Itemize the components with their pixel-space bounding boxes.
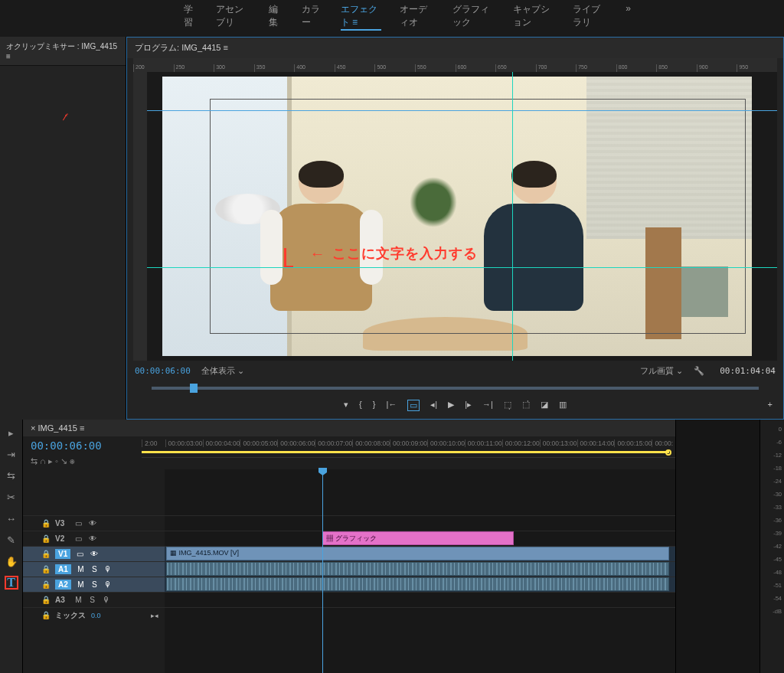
toggle-output-icon[interactable]: ▭ <box>74 534 83 543</box>
lift-icon[interactable]: ⬚̩ <box>504 400 511 411</box>
safe-margin-guide <box>210 99 746 334</box>
voice-record-icon[interactable]: 🎙 <box>104 580 113 589</box>
timeline-panel: × IMG_4415 ≡ 00:00:06:00 ⇆ ∩ ▸ ◦ ↘ ⎈ 2:0… <box>23 420 675 673</box>
tab-editing[interactable]: 編集 <box>269 3 283 31</box>
tracks-content[interactable]: ▦ グラフィック ▦ IMG_4415.MOV [V] <box>165 469 675 673</box>
track-header-a1[interactable]: 🔒A1MS🎙 <box>23 561 165 577</box>
tab-audio[interactable]: オーディオ <box>400 3 434 31</box>
eye-icon[interactable]: 👁 <box>90 550 98 558</box>
track-header-a2[interactable]: 🔒A2MS🎙 <box>23 577 165 592</box>
vertical-ruler <box>133 72 147 361</box>
text-cursor-icon[interactable] <box>284 248 293 268</box>
toggle-output-icon[interactable]: ▭ <box>76 550 84 558</box>
canvas[interactable]: ← ここに文字を入力する <box>147 72 777 361</box>
voice-record-icon[interactable]: 🎙 <box>104 565 113 573</box>
in-bracket-icon[interactable]: { <box>359 400 362 411</box>
program-clip-name: IMG_4415 ≡ <box>181 43 228 52</box>
keyframe-icon[interactable]: ▸◂ <box>151 612 158 619</box>
export-frame-icon[interactable]: ◪ <box>541 400 548 411</box>
razor-tool-icon[interactable]: ✂ <box>5 490 18 504</box>
clip-audio-a1[interactable] <box>166 562 669 576</box>
solo-icon[interactable]: S <box>90 565 99 573</box>
current-timecode[interactable]: 00:00:06:00 <box>135 366 191 376</box>
timeline-snap-icons[interactable]: ⇆ ∩ ▸ ◦ ↘ ⎈ <box>31 456 142 466</box>
program-viewer[interactable]: 2002503003504004505005506006507007508008… <box>133 58 777 361</box>
tabs-overflow[interactable]: » <box>626 3 631 31</box>
clip-audio-a2[interactable] <box>166 577 669 591</box>
track-headers: 🔒V3▭👁 🔒V2▭👁 🔒V1▭👁 🔒A1MS🎙 🔒A2MS🎙 🔒A3MS🎙 🔒… <box>23 469 165 673</box>
track-header-mix[interactable]: 🔒ミックス0.0▸◂ <box>23 607 165 622</box>
hand-tool-icon[interactable]: ✋ <box>5 554 18 568</box>
step-forward-icon[interactable]: |▸ <box>465 400 472 411</box>
timeline-playhead[interactable] <box>322 469 323 673</box>
tab-graphics[interactable]: グラフィック <box>452 3 494 31</box>
goto-in-icon[interactable]: |← <box>386 400 397 411</box>
program-monitor-panel: プログラム: IMG_4415 ≡ 2002503003504004505005… <box>126 37 784 420</box>
settings-wrench-icon[interactable] <box>694 366 704 376</box>
tab-learning[interactable]: 学習 <box>184 3 198 31</box>
mix-value[interactable]: 0.0 <box>91 612 101 619</box>
track-select-tool-icon[interactable]: ⇥ <box>5 447 18 461</box>
lock-icon[interactable]: 🔒 <box>41 565 50 573</box>
toggle-output-icon[interactable]: ▭ <box>74 519 83 528</box>
clip-video-v1[interactable]: ▦ IMG_4415.MOV [V] <box>166 547 669 560</box>
guide-horizontal[interactable] <box>147 267 777 268</box>
clip-graphic[interactable]: ▦ グラフィック <box>322 531 514 545</box>
guide-horizontal-top[interactable] <box>147 110 777 111</box>
pen-tool-icon[interactable]: ✎ <box>5 533 18 547</box>
mute-icon[interactable]: M <box>77 565 85 573</box>
tab-effects[interactable]: エフェクト ≡ <box>341 3 381 31</box>
tab-captions[interactable]: キャプション <box>513 3 554 31</box>
type-tool-icon[interactable]: T <box>5 576 18 590</box>
fit-dropdown[interactable]: 全体表示 ⌄ <box>201 365 244 377</box>
quality-dropdown[interactable]: フル画質 ⌄ <box>640 365 683 377</box>
sequence-tab[interactable]: × IMG_4415 ≡ <box>23 420 675 436</box>
time-ruler[interactable]: 2:0000:00:03:0000:00:04:0000:00:05:0000:… <box>142 439 675 458</box>
marker-icon[interactable]: ▾ <box>344 400 348 411</box>
eye-icon[interactable]: 👁 <box>88 519 96 528</box>
solo-icon[interactable]: S <box>88 596 96 604</box>
effect-marker-icon: ƒ <box>64 111 70 117</box>
out-bracket-icon[interactable]: } <box>373 400 376 411</box>
solo-icon[interactable]: S <box>90 580 99 589</box>
play-icon[interactable]: ▶ <box>448 400 454 411</box>
frame-toggle-icon[interactable]: ▭ <box>407 400 420 411</box>
guide-vertical[interactable] <box>512 72 513 361</box>
tab-library[interactable]: ライブラリ <box>573 3 607 31</box>
timeline-timecode[interactable]: 00:00:06:00 <box>31 439 142 452</box>
scrub-playhead[interactable] <box>190 384 198 393</box>
track-header-v3[interactable]: 🔒V3▭👁 <box>23 515 165 531</box>
program-scrubber[interactable] <box>135 381 776 395</box>
lock-icon[interactable]: 🔒 <box>41 550 50 558</box>
work-area-bar[interactable] <box>142 451 669 453</box>
goto-out-icon[interactable]: →| <box>482 400 493 411</box>
slip-tool-icon[interactable]: ↔ <box>5 511 18 525</box>
tool-palette: ▸ ⇥ ⇆ ✂ ↔ ✎ ✋ T <box>0 420 23 673</box>
selection-tool-icon[interactable]: ▸ <box>5 426 18 439</box>
lock-icon[interactable]: 🔒 <box>41 580 50 589</box>
mixer-tab[interactable]: オクリップミキサー : IMG_4415 ≡ <box>0 37 126 66</box>
mute-icon[interactable]: M <box>77 580 85 589</box>
track-header-v1[interactable]: 🔒V1▭👁 <box>23 546 165 561</box>
lock-icon[interactable]: 🔒 <box>41 534 50 543</box>
voice-record-icon[interactable]: 🎙 <box>102 596 110 604</box>
tab-assembly[interactable]: アセンブリ <box>216 3 250 31</box>
extract-icon[interactable]: ⬚̍ <box>522 400 530 411</box>
track-header-a3[interactable]: 🔒A3MS🎙 <box>23 592 165 607</box>
work-area-end-icon[interactable] <box>665 449 671 456</box>
mute-icon[interactable]: M <box>74 596 83 604</box>
step-back-icon[interactable]: ◂| <box>430 400 437 411</box>
eye-icon[interactable]: 👁 <box>88 534 96 543</box>
add-button-icon[interactable]: + <box>768 400 773 409</box>
video-frame: ← ここに文字を入力する <box>162 77 752 356</box>
lock-icon[interactable]: 🔒 <box>41 596 50 604</box>
ripple-tool-icon[interactable]: ⇆ <box>5 469 18 482</box>
track-header-v2[interactable]: 🔒V2▭👁 <box>23 531 165 546</box>
compare-icon[interactable]: ▥ <box>559 400 567 411</box>
arrow-left-icon: ← <box>310 245 326 263</box>
tab-color[interactable]: カラー <box>302 3 322 31</box>
lock-icon[interactable]: 🔒 <box>41 611 50 619</box>
annotation-label: ← ここに文字を入力する <box>310 244 478 263</box>
lock-icon[interactable]: 🔒 <box>41 519 50 528</box>
program-footer: 00:00:06:00 全体表示 ⌄ フル画質 ⌄ 00:01:04:04 <box>127 361 783 381</box>
